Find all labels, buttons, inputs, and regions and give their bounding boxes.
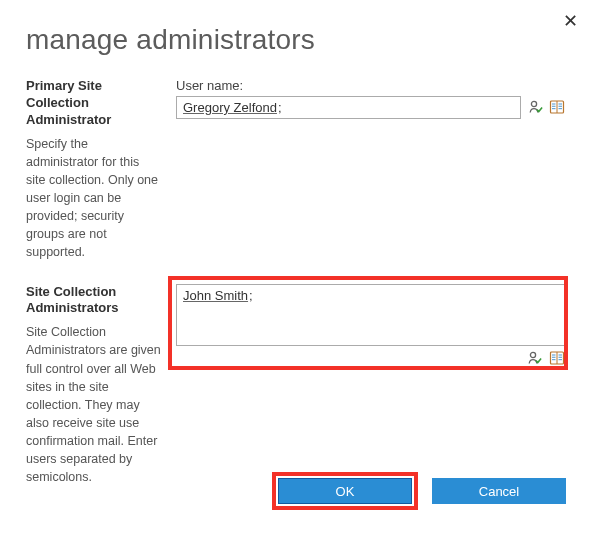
svg-point-0	[531, 101, 536, 106]
ok-button[interactable]: OK	[278, 478, 412, 504]
section-primary-admin: Primary Site Collection Administrator Sp…	[26, 78, 566, 262]
sca-heading: Site Collection Administrators	[26, 284, 162, 318]
check-names-icon[interactable]	[527, 98, 545, 115]
username-label: User name:	[176, 78, 566, 93]
primary-admin-value: Gregory Zelfond	[183, 100, 277, 115]
section-sca: Site Collection Administrators Site Coll…	[26, 284, 566, 487]
cancel-button[interactable]: Cancel	[432, 478, 566, 504]
check-names-icon[interactable]	[526, 350, 544, 367]
sca-value: John Smith	[183, 288, 248, 303]
browse-directory-icon[interactable]	[548, 350, 566, 367]
svg-point-9	[530, 352, 535, 357]
dialog-title: manage administrators	[26, 24, 566, 56]
dialog-buttons: OK Cancel	[272, 472, 566, 510]
primary-admin-input[interactable]: Gregory Zelfond;	[176, 96, 521, 119]
primary-admin-description: Specify the administrator for this site …	[26, 135, 162, 262]
close-icon[interactable]: ✕	[563, 10, 578, 32]
primary-admin-heading: Primary Site Collection Administrator	[26, 78, 162, 129]
sca-input[interactable]: John Smith;	[176, 284, 566, 346]
browse-directory-icon[interactable]	[548, 98, 566, 115]
manage-administrators-dialog: ✕ manage administrators Primary Site Col…	[0, 0, 592, 534]
sca-description: Site Collection Administrators are given…	[26, 323, 162, 486]
